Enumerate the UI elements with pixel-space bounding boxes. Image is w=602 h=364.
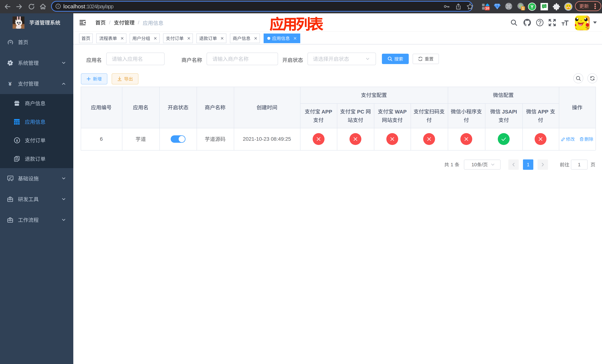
- svg-text:APP: APP: [537, 109, 550, 114]
- svg-text:APP: APP: [320, 109, 332, 114]
- svg-text:WAP: WAP: [393, 109, 407, 114]
- svg-text:10: 10: [485, 6, 489, 10]
- svg-text:PC: PC: [356, 109, 366, 114]
- svg-text:¥: ¥: [16, 139, 18, 143]
- svg-text:JSAPI: JSAPI: [501, 109, 517, 114]
- svg-text:1: 1: [522, 7, 524, 10]
- svg-text:¥: ¥: [9, 81, 12, 86]
